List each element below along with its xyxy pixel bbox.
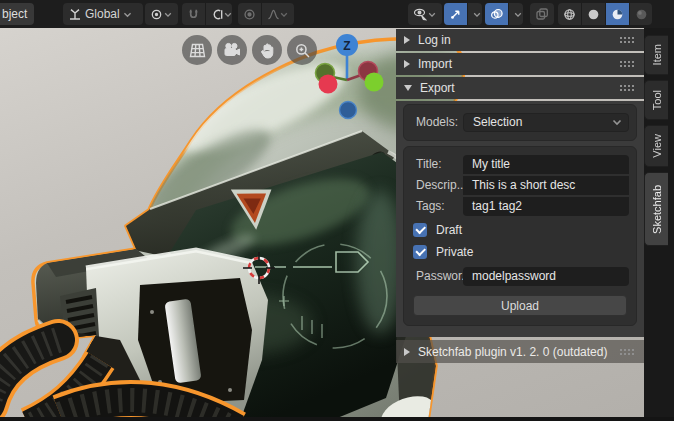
tab-label: Tool — [651, 84, 663, 116]
proportional-editing-toggle[interactable] — [238, 3, 261, 25]
navigation-gizmo[interactable]: Z — [308, 30, 400, 122]
snapping-group — [182, 3, 232, 25]
tab-view[interactable]: View — [644, 125, 668, 167]
upload-button[interactable]: Upload — [413, 295, 627, 316]
tab-label: Sketchfab — [651, 179, 663, 240]
visibility-dropdown[interactable] — [408, 3, 442, 25]
mode-dropdown[interactable]: bject — [0, 3, 34, 25]
tags-label: Tags: — [411, 199, 463, 213]
snap-to-icon — [211, 8, 224, 21]
description-value: This is a short desc — [472, 178, 575, 192]
grid-icon[interactable] — [182, 35, 212, 65]
chevron-down-icon — [123, 11, 132, 18]
gizmo-z-label: Z — [343, 39, 350, 53]
models-box: Models: Selection — [403, 104, 637, 141]
title-label: Title: — [411, 157, 463, 171]
password-label: Passwor.. — [411, 269, 463, 283]
snap-to-dropdown[interactable] — [205, 3, 232, 25]
title-value: My title — [472, 157, 510, 171]
rendered-shading-icon — [635, 8, 648, 21]
tab-tool[interactable]: Tool — [644, 80, 668, 120]
pan-hand-icon[interactable] — [252, 35, 282, 65]
editor-divider[interactable] — [0, 417, 674, 421]
panel-header-export[interactable]: Export — [396, 77, 644, 99]
shading-material-preview[interactable] — [605, 3, 629, 25]
draft-checkbox[interactable] — [413, 223, 427, 237]
shading-wireframe[interactable] — [558, 3, 581, 25]
description-label: Descrip.. — [411, 178, 463, 192]
collapse-arrow-icon — [404, 348, 410, 356]
tab-item[interactable]: Item — [644, 35, 668, 75]
tab-label: View — [651, 128, 663, 164]
magnet-toggle[interactable] — [182, 3, 205, 25]
description-input[interactable]: This is a short desc — [463, 176, 629, 195]
magnet-icon — [187, 8, 200, 21]
viewport-nav-cluster — [182, 35, 317, 65]
orientation-dropdown[interactable]: Global — [63, 3, 143, 25]
tab-sketchfab[interactable]: Sketchfab — [644, 172, 668, 246]
pivot-point-dropdown[interactable] — [145, 3, 178, 25]
material-shading-icon — [611, 8, 624, 21]
drag-grip-icon[interactable] — [619, 348, 636, 356]
drag-grip-icon[interactable] — [619, 60, 636, 68]
private-checkbox[interactable] — [413, 245, 427, 259]
gizmo-icon — [449, 8, 462, 21]
wireframe-shading-icon — [563, 8, 576, 21]
title-input[interactable]: My title — [463, 155, 629, 174]
sketchfab-panel: Log in Import Export Models: Selection — [396, 29, 644, 363]
gizmo-axis-y-pos[interactable] — [365, 73, 384, 92]
chevron-down-icon — [428, 11, 436, 18]
sidebar-tabstrip: Item Tool View Sketchfab — [644, 28, 674, 421]
indicator-panel — [60, 128, 104, 178]
draft-checkbox-row: Draft — [413, 221, 629, 238]
panel-header-label: Export — [420, 81, 619, 95]
private-label: Private — [436, 245, 473, 259]
orientation-icon — [68, 7, 82, 21]
proportional-editing-group — [238, 3, 294, 25]
visibility-icon — [413, 7, 427, 21]
collapse-arrow-icon — [404, 60, 410, 68]
gizmos-dropdown[interactable] — [467, 3, 482, 25]
password-input[interactable]: modelpassword — [463, 267, 629, 286]
panel-header-login[interactable]: Log in — [396, 29, 644, 51]
cursor-3d — [240, 249, 278, 287]
draft-label: Draft — [436, 223, 462, 237]
yellow-indicator — [73, 139, 86, 164]
falloff-curve-icon — [267, 8, 280, 21]
models-dropdown[interactable]: Selection — [463, 113, 629, 132]
panel-header-label: Log in — [418, 33, 619, 47]
tags-input[interactable]: tag1 tag2 — [463, 197, 629, 216]
chevron-down-icon — [514, 11, 522, 18]
panel-header-plugin-version[interactable]: Sketchfab plugin v1. 2. 0 (outdated) — [396, 340, 644, 363]
panel-header-import[interactable]: Import — [396, 53, 644, 75]
gizmo-axis-z-neg[interactable] — [340, 102, 357, 119]
drag-grip-icon[interactable] — [619, 84, 636, 92]
tags-value: tag1 tag2 — [472, 199, 522, 213]
blender-window: Z bject Global — [0, 0, 674, 421]
chevron-down-icon — [224, 11, 232, 18]
panel-header-label: Import — [418, 57, 619, 71]
mode-label: bject — [2, 7, 27, 21]
shading-solid[interactable] — [581, 3, 605, 25]
shading-rendered[interactable] — [629, 3, 652, 25]
falloff-dropdown[interactable] — [261, 3, 293, 25]
orientation-label: Global — [82, 7, 123, 21]
gizmos-toggle[interactable] — [444, 3, 467, 25]
pivot-point-icon — [150, 8, 163, 21]
gizmo-axis-x-neg[interactable] — [319, 75, 338, 94]
models-value: Selection — [473, 115, 612, 129]
overlays-toggle[interactable] — [485, 3, 508, 25]
upload-label: Upload — [501, 299, 539, 313]
camera-icon[interactable] — [217, 35, 247, 65]
overlays-dropdown[interactable] — [508, 3, 523, 25]
xray-toggle[interactable] — [530, 3, 554, 25]
chevron-down-icon — [612, 118, 622, 126]
chevron-down-icon — [164, 11, 172, 18]
overlays-group — [485, 3, 523, 25]
collapse-arrow-icon — [404, 36, 410, 44]
export-panel-body: Models: Selection Title: My title — [396, 101, 644, 337]
tab-label: Item — [651, 38, 663, 71]
details-box: Title: My title Descrip.. This is a shor… — [403, 146, 637, 326]
chevron-down-icon — [473, 11, 481, 18]
drag-grip-icon[interactable] — [619, 36, 636, 44]
